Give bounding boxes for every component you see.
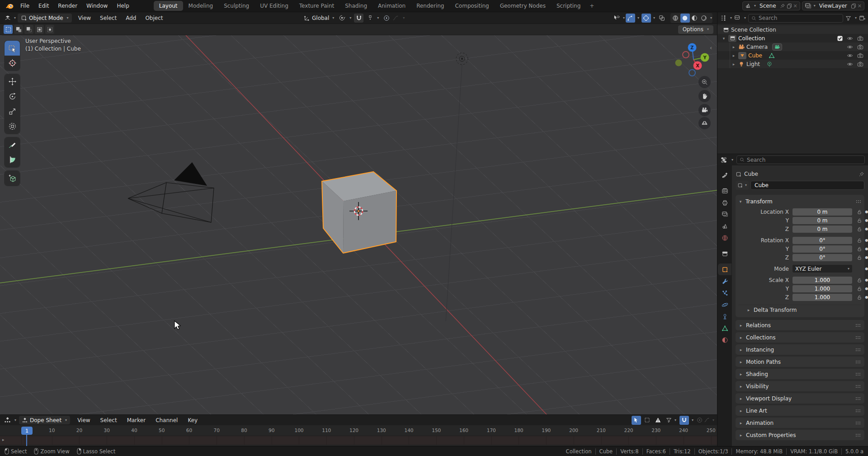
tab-world[interactable] [718,232,731,244]
filter-icon[interactable] [666,417,672,423]
navigation-gizmo[interactable]: Z Y X [672,38,715,80]
tab-output[interactable] [718,197,731,208]
shading-rendered-icon[interactable] [699,14,709,23]
menu-edit[interactable]: Edit [34,3,53,9]
scale-z-field[interactable]: 1.000 [793,294,852,301]
panel-shading[interactable]: ▸Shading [736,369,864,379]
tab-modeling[interactable]: Modeling [183,1,219,11]
snap-keys-toggle[interactable] [679,416,689,425]
shading-wireframe-icon[interactable] [671,14,680,23]
shading-material-icon[interactable] [690,14,699,23]
shading-solid-icon[interactable] [680,14,690,23]
drag-handle-icon[interactable] [855,348,861,352]
panel-animation[interactable]: ▸Animation [736,418,864,428]
tab-uv-editing[interactable]: UV Editing [255,1,294,11]
dope-sheet-channels[interactable]: ▸ [0,436,717,446]
proportional-editing-icon[interactable] [697,417,703,423]
falloff-curve-icon[interactable] [392,15,399,21]
eye-icon[interactable] [847,52,853,59]
animate-dot-icon[interactable]: ● [863,267,868,271]
tab-layout[interactable]: Layout [154,1,183,11]
add-workspace-button[interactable]: + [586,1,598,11]
proportional-editing-icon[interactable] [383,15,390,21]
animate-dot-icon[interactable]: ● [863,295,868,299]
axis-neg-x-ball[interactable] [683,52,689,58]
lock-icon[interactable] [855,277,863,283]
location-z-field[interactable]: 0 m [793,226,852,233]
tab-physics[interactable] [718,299,731,310]
pin-icon[interactable] [780,3,785,9]
drag-handle-icon[interactable] [855,433,861,437]
tab-texture-paint[interactable]: Texture Paint [294,1,340,11]
drag-handle-icon[interactable] [855,385,861,388]
outliner-row-scene-collection[interactable]: Scene Collection [717,25,868,34]
select-mode-extend-icon[interactable] [14,25,23,34]
lock-icon[interactable] [855,218,863,223]
tab-object-data[interactable] [718,322,731,334]
rotation-y-field[interactable]: 0° [793,245,852,253]
menu-view[interactable]: View [74,15,95,21]
outliner-row-light[interactable]: ▸ Light [717,60,868,68]
select-mode-set-icon[interactable] [4,25,13,34]
menu-channel[interactable]: Channel [151,417,182,423]
axis-neg-z-ball[interactable] [689,70,695,76]
lock-icon[interactable] [855,255,863,260]
light-object[interactable] [446,53,468,321]
transform-panel-header[interactable]: ▾ Transform [738,197,862,207]
editor-type-icon[interactable] [721,157,727,163]
lock-icon[interactable] [855,209,863,215]
cursor-tool[interactable] [5,56,20,71]
tab-sculpting[interactable]: Sculpting [218,1,255,11]
drag-handle-icon[interactable] [855,372,861,376]
perspective-toggle-button[interactable] [698,117,711,129]
only-selected-toggle[interactable] [632,416,641,425]
menu-view[interactable]: View [73,417,94,423]
rotation-z-field[interactable]: 0° [793,254,852,261]
menu-object[interactable]: Object [141,15,167,21]
checkbox-checked-icon[interactable] [837,36,843,41]
tab-animation[interactable]: Animation [373,1,411,11]
show-hidden-toggle[interactable] [642,416,652,425]
panel-instancing[interactable]: ▸Instancing [736,344,864,355]
lock-icon[interactable] [855,286,863,291]
drag-handle-icon[interactable] [855,324,861,327]
3d-viewport[interactable]: User Perspective (1) Collection | Cube [0,35,717,414]
expand-icon[interactable]: ▸ [731,53,736,58]
animate-dot-icon[interactable]: ● [863,247,868,251]
camera-visibility-icon[interactable] [857,44,863,50]
collapse-icon[interactable]: ▾ [721,36,726,41]
animate-dot-icon[interactable]: ● [863,287,868,291]
remove-viewlayer-icon[interactable]: ✕ [858,3,862,9]
move-tool[interactable] [5,74,20,89]
menu-key[interactable]: Key [183,417,202,423]
outliner-row-cube[interactable]: ▸ Cube [717,51,868,60]
drag-handle-icon[interactable] [855,397,861,400]
panel-custom-properties[interactable]: ▸Custom Properties [736,430,864,440]
mesh-data-icon[interactable] [769,52,775,59]
select-mode-invert-icon[interactable] [35,25,44,34]
eye-icon[interactable] [847,35,853,42]
tab-compositing[interactable]: Compositing [449,1,494,11]
expand-icon[interactable]: ▸ [731,45,736,49]
panel-motion-paths[interactable]: ▸Motion Paths [736,357,864,367]
lock-icon[interactable] [855,246,863,252]
lock-icon[interactable] [855,238,863,243]
object-visibility-icon[interactable] [613,14,620,21]
drag-handle-icon[interactable] [855,360,861,364]
panel-viewport-display[interactable]: ▸Viewport Display [736,393,864,404]
outliner-search-input[interactable]: Search [748,14,843,23]
snap-toggle[interactable] [354,14,363,23]
mode-dropdown[interactable]: Object Mode ▾ [18,14,72,23]
zoom-button[interactable] [698,76,711,88]
animate-dot-icon[interactable]: ● [863,210,868,214]
new-scene-icon[interactable] [787,3,792,9]
blender-logo-icon[interactable] [5,3,14,9]
breadcrumb-object-name[interactable]: Cube [744,171,758,177]
menu-select[interactable]: Select [95,15,121,21]
tab-particles[interactable] [718,287,731,299]
expand-channel-icon[interactable]: ▸ [2,437,5,442]
panel-line-art[interactable]: ▸Line Art [736,405,864,416]
light-data-icon[interactable] [766,61,773,67]
object-name-field[interactable]: Cube [750,181,864,190]
drag-handle-icon[interactable] [855,409,861,413]
